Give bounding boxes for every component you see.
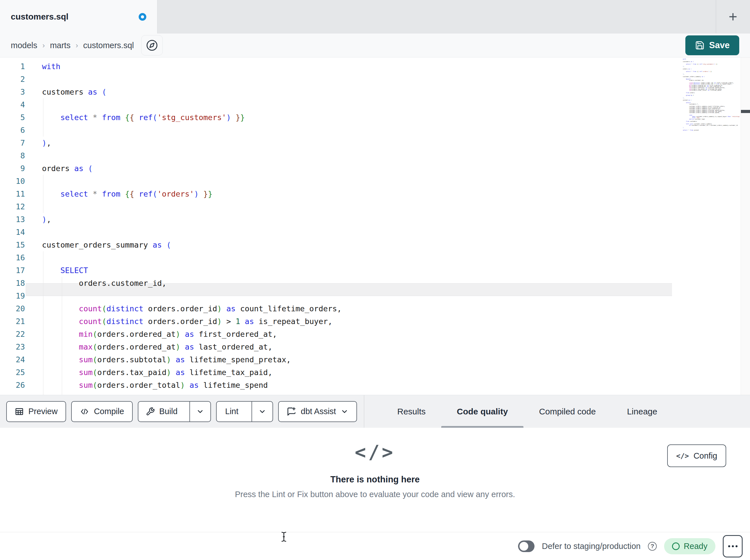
build-split-button: Build — [138, 401, 211, 422]
line-number: 7 — [0, 137, 25, 149]
help-icon[interactable]: ? — [648, 542, 657, 551]
sparkle-chat-icon — [287, 407, 296, 416]
line-number: 10 — [0, 175, 25, 188]
unsaved-changes-dot-icon — [139, 13, 146, 21]
config-code-icon: </> — [676, 452, 689, 460]
code-line: 8 — [0, 149, 750, 162]
code-line: 20 count(distinct orders.order_id) as co… — [0, 302, 750, 315]
code-line: 9orders as ( — [0, 162, 750, 175]
line-number: 20 — [0, 302, 25, 315]
lint-label: Lint — [225, 407, 238, 416]
toggle-knob — [519, 542, 528, 551]
dbt-assist-button[interactable]: dbt Assist — [278, 401, 357, 422]
chevron-down-icon — [340, 408, 349, 416]
code-line: 26 sum(orders.order_total) as lifetime_s… — [0, 379, 750, 392]
line-number: 23 — [0, 340, 25, 353]
status-bar: Defer to staging/production ? Ready — [0, 532, 750, 560]
line-number: 16 — [0, 251, 25, 264]
code-line: 4 — [0, 98, 750, 111]
code-icon — [80, 407, 89, 416]
ready-label: Ready — [684, 542, 708, 551]
action-toolbar: Preview Compile Build — [0, 395, 750, 428]
lint-split-button: Lint — [216, 401, 273, 422]
tab-code-quality[interactable]: Code quality — [441, 395, 524, 428]
chevron-down-icon — [258, 408, 266, 416]
line-number: 3 — [0, 86, 25, 98]
ellipsis-icon — [728, 545, 730, 547]
breadcrumb: models›marts›customers.sql — [11, 41, 134, 50]
code-line: 18 orders.customer_id, — [0, 277, 750, 290]
line-number: 18 — [0, 277, 25, 290]
save-icon — [695, 41, 705, 50]
minimap[interactable]: with customers as ( select * from {{ ref… — [683, 59, 741, 132]
compass-icon — [146, 39, 158, 51]
file-tab-strip: customers.sql + — [0, 0, 750, 34]
toolbar-divider — [364, 395, 364, 428]
more-options-button[interactable] — [723, 535, 743, 557]
line-number: 15 — [0, 238, 25, 251]
config-label: Config — [694, 451, 717, 461]
code-line: 17 SELECT — [0, 264, 750, 277]
preview-button[interactable]: Preview — [6, 401, 66, 422]
table-icon — [15, 407, 24, 416]
navigate-button[interactable] — [141, 35, 163, 56]
line-number: 9 — [0, 162, 25, 175]
tab-compiled-code[interactable]: Compiled code — [524, 395, 611, 428]
defer-toggle[interactable] — [518, 540, 534, 552]
help-glyph: ? — [650, 543, 654, 549]
tab-results[interactable]: Results — [382, 395, 441, 428]
save-label: Save — [709, 40, 730, 50]
file-tab-title: customers.sql — [11, 12, 68, 22]
line-number: 13 — [0, 213, 25, 226]
config-button[interactable]: </> Config — [667, 444, 726, 467]
line-number: 4 — [0, 98, 25, 111]
file-tab-customers-sql[interactable]: customers.sql — [0, 0, 157, 34]
code-line: 7), — [0, 137, 750, 149]
build-dropdown-button[interactable] — [190, 402, 211, 421]
code-line: 22 min(orders.ordered_at) as first_order… — [0, 328, 750, 340]
empty-state-subtitle: Press the Lint or Fix button above to ev… — [0, 490, 750, 499]
code-line: 24 sum(orders.subtotal) as lifetime_spen… — [0, 353, 750, 366]
chevron-down-icon — [196, 408, 204, 416]
code-editor[interactable]: 1with23customers as (45 select * from {{… — [0, 58, 750, 395]
code-line: 11 select * from {{ ref('orders') }} — [0, 188, 750, 200]
save-button[interactable]: Save — [685, 36, 739, 55]
ready-ring-icon — [672, 542, 680, 550]
code-line: 6 — [0, 124, 750, 137]
lint-button[interactable]: Lint — [217, 402, 247, 421]
ibeam-cursor — [280, 532, 287, 542]
tab-lineage[interactable]: Lineage — [611, 395, 673, 428]
lint-dropdown-button[interactable] — [252, 402, 273, 421]
editor-scrollbar[interactable] — [741, 58, 750, 395]
line-number: 5 — [0, 111, 25, 124]
build-button[interactable]: Build — [138, 402, 185, 421]
compile-label: Compile — [94, 407, 124, 416]
line-number: 2 — [0, 73, 25, 86]
scrollbar-marker — [741, 110, 750, 113]
code-line: 23 max(orders.ordered_at) as last_ordere… — [0, 340, 750, 353]
code-line: 19 — [0, 290, 750, 302]
status-badge: Ready — [664, 538, 715, 554]
compile-button[interactable]: Compile — [71, 401, 133, 422]
tab-strip-divider — [716, 0, 716, 34]
new-tab-button[interactable]: + — [722, 0, 744, 34]
line-number: 22 — [0, 328, 25, 340]
code-quality-panel: </> There is nothing here Press the Lint… — [0, 428, 750, 532]
breadcrumb-item-marts[interactable]: marts — [50, 41, 71, 50]
line-number: 8 — [0, 149, 25, 162]
breadcrumb-item-models[interactable]: models — [11, 41, 37, 50]
code-line: 13), — [0, 213, 750, 226]
line-number: 21 — [0, 315, 25, 328]
code-line: 14 — [0, 226, 750, 238]
breadcrumb-item-customers.sql[interactable]: customers.sql — [83, 41, 134, 50]
code-glyph-icon: </> — [0, 441, 750, 463]
line-number: 1 — [0, 60, 25, 73]
code-line: 5 select * from {{ ref('stg_customers') … — [0, 111, 750, 124]
toolbar-button-group: Preview Compile Build — [0, 401, 357, 422]
line-number: 12 — [0, 200, 25, 213]
code-line: 21 count(distinct orders.order_id) > 1 a… — [0, 315, 750, 328]
build-label: Build — [159, 407, 178, 416]
code-line: 25 sum(orders.tax_paid) as lifetime_tax_… — [0, 366, 750, 379]
code-line: 16 — [0, 251, 750, 264]
empty-state: </> There is nothing here Press the Lint… — [0, 441, 750, 499]
